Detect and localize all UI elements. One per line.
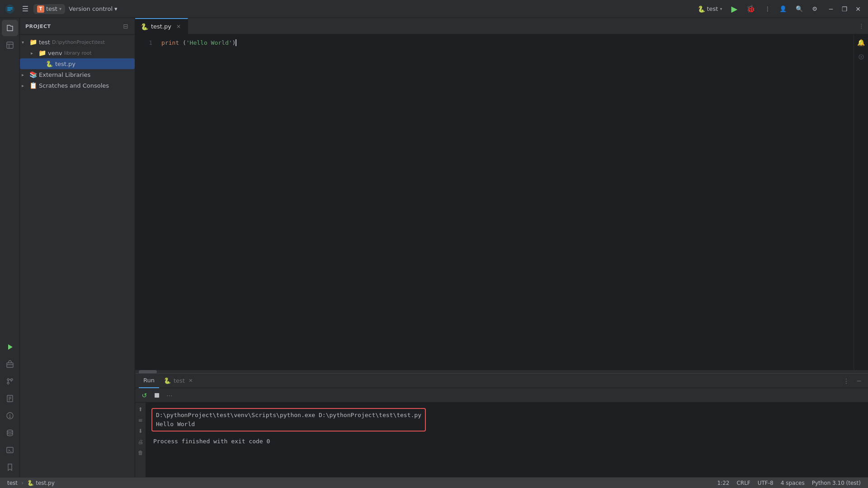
panel-print-icon[interactable]: 🖨 [136, 437, 146, 447]
tree-item-external-libs[interactable]: ▸ 📚 External Libraries [20, 69, 135, 80]
status-bar-right: 1:22 CRLF UTF-8 4 spaces Python 3.10 (te… [713, 480, 864, 486]
bottom-main-content: ⬆ ≡ ⬇ 🖨 🗑 1 2 3 D:\pythonProject\t [135, 403, 868, 477]
minimize-button[interactable]: ─ [825, 3, 837, 15]
diff-icon[interactable] [855, 51, 868, 63]
status-indent[interactable]: 4 spaces [777, 480, 808, 486]
run-rerun-button[interactable]: ↺ [139, 390, 150, 401]
more-icon: ⋮ [764, 5, 770, 12]
search-button[interactable]: 🔍 [792, 4, 807, 14]
panel-minimize-button[interactable]: ─ [854, 375, 864, 386]
search-icon: 🔍 [796, 5, 803, 12]
editor-scrollbar[interactable] [135, 370, 868, 373]
activity-packages-icon[interactable] [2, 356, 18, 372]
run-stop-button[interactable] [151, 390, 162, 401]
tree-item-test-root[interactable]: ▾ 📁 test D:\pythonProject\test [20, 37, 135, 47]
activity-files-icon[interactable] [2, 20, 18, 36]
status-breadcrumb-file[interactable]: 🐍 test.py [24, 480, 58, 486]
status-breadcrumb-test[interactable]: test [4, 480, 21, 486]
code-editor[interactable]: print ('Hello World') [158, 34, 854, 370]
tab-close-button[interactable]: ✕ [175, 23, 182, 30]
activity-git-icon[interactable] [2, 373, 18, 389]
activity-terminal-icon[interactable] [2, 442, 18, 458]
run-options-button[interactable]: ⋯ [164, 390, 175, 401]
debug-icon: 🐞 [746, 5, 755, 13]
app-logo [4, 3, 16, 15]
activity-todo-icon[interactable] [2, 390, 18, 407]
line-number-1: 1 [135, 38, 152, 47]
folder-icon: 📁 [38, 49, 46, 57]
status-encoding[interactable]: UTF-8 [754, 480, 777, 486]
chevron-right-icon: ▸ [22, 83, 29, 88]
status-position[interactable]: 1:22 [713, 480, 733, 486]
more-actions-button[interactable]: ⋮ [761, 4, 774, 14]
tree-sublabel-test: D:\pythonProject\test [52, 39, 105, 45]
console-output-line1: D:\pythonProject\test\venv\Scripts\pytho… [156, 411, 421, 420]
activity-structure-icon[interactable] [2, 37, 18, 53]
tab-more-button[interactable]: ⋮ [855, 23, 868, 29]
console-exit-line: Process finished with exit code 0 [151, 437, 863, 446]
python-status-icon: 🐍 [27, 480, 34, 486]
highlighted-output-block: 1 2 3 D:\pythonProject\test\venv\Scripts… [151, 408, 863, 433]
run-toolbar: ↺ ⋯ [135, 388, 868, 403]
run-config-selector[interactable]: 🐍 test ▾ [694, 4, 726, 14]
activity-run-icon[interactable] [2, 339, 18, 355]
titlebar-right-actions: 🐍 test ▾ ▶ 🐞 ⋮ 👤 🔍 ⚙ [694, 3, 821, 15]
version-control-chevron-icon: ▾ [114, 5, 118, 12]
activity-bookmarks-icon[interactable] [2, 459, 18, 475]
panel-tab-run[interactable]: Run [139, 374, 159, 388]
tree-label-venv: venv [48, 50, 62, 56]
tree-label-ext-libs: External Libraries [39, 71, 90, 78]
breadcrumb-file-label: test.py [36, 480, 55, 486]
project-folder-icon: 📁 [29, 38, 37, 46]
run-icon: ▶ [731, 4, 738, 14]
panel-tab-test-run[interactable]: 🐍 test ✕ [159, 374, 198, 388]
activity-database-icon[interactable] [2, 425, 18, 441]
run-config-label: test [707, 5, 718, 12]
profile-button[interactable]: 👤 [776, 4, 790, 14]
editor-content[interactable]: 1 print ('Hello World') ✓ 🔔 [135, 34, 868, 370]
external-libs-icon: 📚 [29, 70, 37, 79]
encoding-label: UTF-8 [758, 480, 774, 486]
tree-item-scratches[interactable]: ▸ 📋 Scratches and Consoles [20, 80, 135, 91]
svg-point-6 [7, 379, 9, 380]
status-line-ending[interactable]: CRLF [733, 480, 754, 486]
console-output[interactable]: 1 2 3 D:\pythonProject\test\venv\Scripts… [146, 403, 868, 477]
activity-problems-icon[interactable] [2, 408, 18, 424]
indent-label: 4 spaces [781, 480, 805, 486]
window-controls: ─ ❐ ✕ [825, 3, 864, 15]
scratches-icon: 📋 [29, 81, 37, 89]
sidebar-collapse-button[interactable]: ⊟ [122, 22, 129, 31]
version-control-button[interactable]: Version control ▾ [65, 4, 121, 14]
status-python-version[interactable]: Python 3.10 (test) [808, 480, 864, 486]
tree-item-test-py[interactable]: 🐍 test.py [20, 58, 135, 69]
panel-tab-close-button[interactable]: ✕ [188, 378, 194, 384]
panel-scroll-down-icon[interactable]: ⬇ [136, 426, 146, 436]
close-button[interactable]: ✕ [852, 3, 864, 15]
sidebar-header: Project ⊟ [20, 18, 135, 35]
run-button[interactable]: ▶ [728, 3, 741, 15]
editor-tab-test-py[interactable]: 🐍 test.py ✕ [135, 18, 188, 34]
chevron-right-icon: ▸ [22, 72, 29, 77]
hamburger-menu-button[interactable]: ☰ [19, 3, 32, 15]
tree-label-test: test [39, 39, 50, 46]
panel-more-button[interactable]: ⋮ [841, 375, 852, 386]
panel-filter-icon[interactable]: ≡ [136, 415, 146, 425]
console-output-line4: Process finished with exit code 0 [153, 438, 270, 445]
panel-trash-icon[interactable]: 🗑 [136, 448, 146, 458]
editor-tab-bar: 🐍 test.py ✕ ⋮ [135, 18, 868, 34]
panel-scroll-top-icon[interactable]: ⬆ [136, 404, 146, 414]
bottom-panel: Run 🐍 test ✕ ⋮ ─ ↺ ⋯ [135, 373, 868, 477]
project-selector[interactable]: T test ▾ [33, 4, 65, 14]
chevron-down-icon: ▾ [22, 40, 29, 45]
debug-button[interactable]: 🐞 [743, 3, 759, 14]
panel-controls: ⋮ ─ [841, 375, 864, 386]
console-output-line2: Hello World [156, 420, 421, 429]
settings-button[interactable]: ⚙ [808, 4, 821, 14]
code-line-1: print ('Hello World') [158, 38, 854, 47]
tree-item-venv[interactable]: ▸ 📁 venv library root [20, 47, 135, 58]
right-gutter: 🔔 [854, 34, 868, 370]
python-version-label: Python 3.10 (test) [812, 480, 861, 486]
project-chevron-icon: ▾ [59, 6, 61, 11]
restore-button[interactable]: ❐ [838, 3, 851, 15]
position-label: 1:22 [717, 480, 729, 486]
